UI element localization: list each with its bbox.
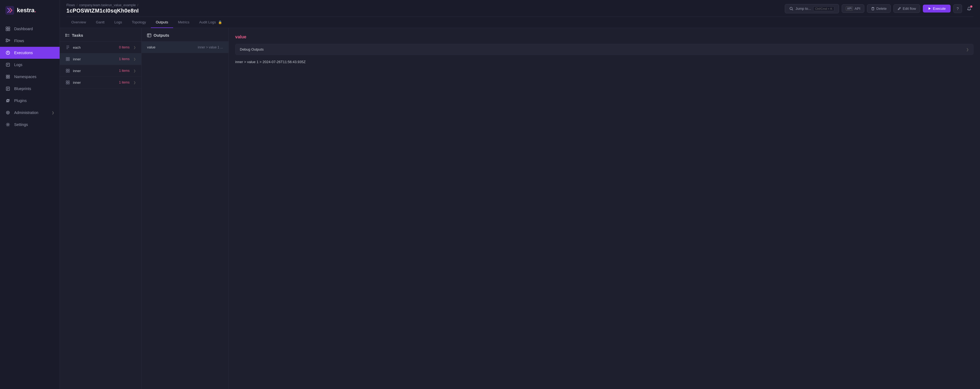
outputs-panel-title: Outputs [154,33,169,38]
search-shortcut: Ctrl/Cmd + K [813,6,834,11]
svg-rect-40 [66,59,67,61]
administration-icon [5,110,10,115]
svg-point-27 [7,124,9,125]
outputs-panel-icon [147,33,151,38]
task-inner2-name: inner [73,69,116,73]
delete-icon [871,7,875,10]
svg-point-25 [6,111,10,114]
logo-text: kestra. [17,7,36,14]
delete-label: Delete [876,6,887,11]
task-inner2-icon [65,68,70,73]
svg-line-29 [792,9,793,10]
svg-rect-4 [8,29,10,31]
output-preview: inner > value 1 ... [198,45,223,49]
header: Flows / company.team.taskrun_value_examp… [60,0,980,28]
sidebar: kestra. Dashboard [0,0,60,389]
task-item-inner1[interactable]: inner 1 items ❯ [60,53,141,65]
tab-audit-logs-label: Audit Logs [199,20,216,24]
task-item-inner3[interactable]: inner 1 items ❯ [60,77,141,88]
sidebar-item-executions[interactable]: Executions [0,47,60,59]
tab-overview-label: Overview [71,20,86,24]
content-area: Tasks each 0 items ❯ [60,28,980,389]
task-inner3-icon [65,80,70,85]
debug-outputs-button[interactable]: Debug Outputs ❯ [235,44,974,55]
outputs-panel-header: Outputs [142,28,228,41]
help-button[interactable]: ? [953,4,962,13]
execute-icon [928,7,931,10]
tab-outputs[interactable]: Outputs [151,17,173,28]
value-content: inner > value 1 > 2024-07-26T11:56:43.93… [235,59,974,65]
plugins-icon [5,98,10,103]
edit-flow-button[interactable]: Edit flow [893,4,920,13]
output-item-value[interactable]: value inner > value 1 ... [142,41,228,53]
sidebar-item-flows[interactable]: Flows [0,35,60,47]
task-inner1-arrow: ❯ [134,57,136,61]
svg-marker-30 [929,7,931,10]
tab-gantt-label: Gantt [96,20,105,24]
tab-gantt[interactable]: Gantt [91,17,110,28]
sidebar-item-namespaces[interactable]: Namespaces [0,71,60,83]
search-button[interactable]: Jump to... Ctrl/Cmd + K [785,4,839,13]
notifications-button[interactable] [965,4,974,13]
svg-rect-3 [6,29,8,31]
svg-rect-50 [147,34,151,37]
svg-rect-39 [68,57,69,59]
breadcrumb: Flows / company.team.taskrun_value_examp… [67,3,139,7]
svg-rect-38 [66,57,67,59]
task-each-icon [65,45,70,50]
tab-audit-logs[interactable]: Audit Logs 🔒 [194,17,227,28]
tab-metrics[interactable]: Metrics [173,17,194,28]
sidebar-item-administration-label: Administration [14,110,38,115]
svg-rect-20 [8,77,10,78]
tab-outputs-label: Outputs [156,20,168,24]
page-title: 1cPOSWtZM1cI0sqKh0e8nI [67,8,139,14]
tasks-panel-header: Tasks [60,28,141,41]
task-each-arrow: ❯ [134,46,136,49]
delete-button[interactable]: Delete [867,4,891,13]
sidebar-item-dashboard[interactable]: Dashboard [0,23,60,35]
task-inner3-name: inner [73,81,116,84]
svg-point-12 [7,52,8,53]
debug-outputs-label: Debug Outputs [240,47,264,51]
execute-label: Execute [933,6,946,11]
svg-rect-46 [66,81,67,82]
flows-icon [5,38,10,43]
value-panel: value Debug Outputs ❯ inner > value 1 > … [229,28,980,389]
debug-outputs-arrow-icon: ❯ [966,48,969,51]
sidebar-item-flows-label: Flows [14,39,24,43]
task-inner1-icon [65,57,70,62]
tab-topology[interactable]: Topology [127,17,151,28]
breadcrumb-flow-name: company.team.taskrun_value_example [79,3,136,7]
svg-rect-14 [6,63,10,67]
tasks-panel-title: Tasks [72,33,83,38]
logo: kestra. [0,0,60,21]
logo-dot: . [35,7,36,14]
tasks-panel: Tasks each 0 items ❯ [60,28,142,389]
task-inner2-arrow: ❯ [134,69,136,73]
svg-rect-43 [68,69,69,70]
task-item-inner2[interactable]: inner 1 items ❯ [60,65,141,77]
svg-rect-7 [8,40,10,41]
sidebar-item-blueprints[interactable]: Blueprints [0,83,60,95]
svg-rect-44 [66,71,67,72]
task-item-each[interactable]: each 0 items ❯ [60,41,141,53]
svg-rect-45 [68,71,69,72]
administration-arrow-icon: ❯ [52,111,54,114]
task-each-name: each [73,45,116,49]
sidebar-item-logs[interactable]: Logs [0,59,60,71]
task-inner3-count: 1 items [119,81,130,84]
tab-metrics-label: Metrics [178,20,189,24]
tab-logs[interactable]: Logs [110,17,127,28]
sidebar-item-administration[interactable]: Administration ❯ [0,106,60,119]
api-button[interactable]: API API [842,4,865,13]
sidebar-item-plugins[interactable]: Plugins [0,95,60,106]
search-icon [789,7,793,11]
execute-button[interactable]: Execute [923,5,951,13]
sidebar-item-settings[interactable]: Settings [0,119,60,130]
sidebar-item-plugins-label: Plugins [14,98,27,103]
tab-overview[interactable]: Overview [67,17,91,28]
svg-rect-1 [6,27,8,29]
api-label: API [854,6,860,11]
task-inner1-count: 1 items [119,57,130,61]
namespaces-icon [5,74,10,79]
